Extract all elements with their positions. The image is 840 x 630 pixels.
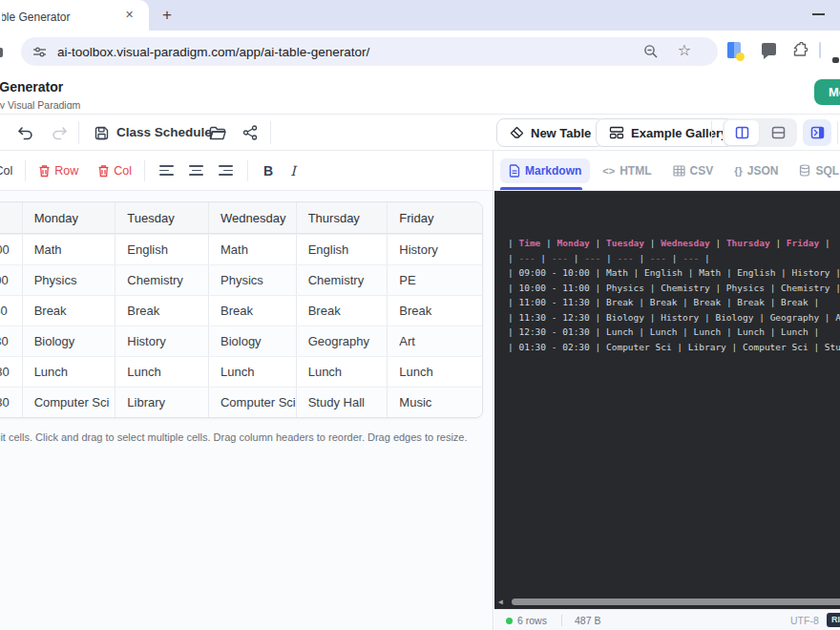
new-table-button[interactable]: New Table (496, 118, 604, 147)
code-lines: | Time | Monday | Tuesday | Wednesday | … (508, 236, 840, 354)
add-col-button[interactable]: + Col (0, 159, 18, 182)
table-cell[interactable]: Biology (208, 326, 296, 356)
scroll-left-arrow-icon[interactable]: ◀ (498, 598, 503, 606)
table-cell[interactable]: Geography (296, 326, 388, 356)
table-cell[interactable]: 10:00 - 11:00 (0, 265, 22, 295)
table-cell[interactable]: Lunch (115, 357, 208, 387)
save-button[interactable] (92, 123, 111, 142)
table-header-cell[interactable]: Wednesday (208, 202, 296, 233)
table-cell[interactable]: Lunch (296, 357, 388, 387)
delete-row-button[interactable]: Row (32, 159, 84, 182)
example-gallery-button[interactable]: Example Gallery (596, 118, 741, 147)
table-cell[interactable]: Break (22, 296, 116, 326)
table-cell[interactable]: 12:30 - 01:30 (0, 357, 22, 387)
table-header-cell[interactable]: Time (0, 202, 22, 233)
zoom-out-icon[interactable] (643, 44, 659, 59)
table-cell[interactable]: Chemistry (296, 265, 388, 295)
schedule-table[interactable]: TimeMondayTuesdayWednesdayThursdayFriday… (0, 201, 483, 418)
code-line: | Time | Monday | Tuesday | Wednesday | … (508, 236, 840, 251)
table-cell[interactable]: English (115, 235, 208, 264)
table-cell[interactable]: Computer Sci (22, 388, 116, 417)
table-cell[interactable]: Art (387, 326, 482, 356)
site-settings-icon[interactable] (32, 45, 47, 59)
table-cell[interactable]: 11:00 - 11:30 (0, 296, 22, 326)
profile-avatar-fragment[interactable] (832, 57, 839, 63)
table-cell[interactable]: Break (208, 296, 296, 326)
table-cell[interactable]: Math (22, 235, 116, 264)
code-line: | 11:00 - 11:30 | Break | Break | Break … (508, 295, 840, 310)
table-cell[interactable]: English (296, 235, 388, 264)
toolbar-divider (711, 121, 712, 144)
bold-button[interactable]: B (263, 163, 273, 178)
table-header-cell[interactable]: Thursday (296, 202, 388, 233)
toggle-right-panel-button[interactable] (803, 119, 831, 146)
align-right-icon[interactable] (219, 165, 233, 176)
table-cell[interactable]: Lunch (208, 357, 296, 387)
tab-html[interactable]: <> HTML (594, 158, 660, 183)
table-cell[interactable]: Library (115, 388, 208, 417)
table-cell[interactable]: History (387, 235, 482, 264)
tab-json[interactable]: {} JSON (725, 158, 787, 183)
tab-csv[interactable]: CSV (664, 158, 723, 183)
table-cell[interactable]: Break (296, 296, 388, 326)
align-center-icon[interactable] (189, 165, 203, 176)
code-line: | 09:00 - 10:00 | Math | English | Math … (508, 265, 840, 281)
byte-size: 487 B (575, 615, 600, 626)
code-line: | 10:00 - 11:00 | Physics | Chemistry | … (508, 281, 840, 296)
table-cell[interactable]: Biology (22, 326, 116, 356)
extension-doc-icon[interactable] (727, 42, 741, 58)
table-cell[interactable]: Lunch (387, 357, 482, 387)
minimize-window-icon[interactable] (812, 13, 825, 15)
url-bar[interactable]: ai-toolbox.visual-paradigm.com/app/ai-ta… (21, 37, 718, 66)
new-tab-icon[interactable]: + (157, 5, 178, 26)
tab-sql[interactable]: SQL (790, 158, 840, 183)
redo-button[interactable] (50, 123, 69, 142)
url-text[interactable]: ai-toolbox.visual-paradigm.com/app/ai-ta… (57, 45, 369, 59)
align-left-icon[interactable] (159, 165, 174, 176)
table-cell[interactable]: 09:00 - 10:00 (0, 235, 22, 264)
extension-chat-icon[interactable] (762, 43, 776, 55)
table-header-cell[interactable]: Tuesday (115, 202, 208, 233)
more-tools-button[interactable]: More (814, 79, 840, 105)
bookmark-star-icon[interactable]: ☆ (678, 41, 691, 59)
undo-button[interactable] (15, 123, 34, 142)
table-cell[interactable]: Study Hall (296, 388, 388, 417)
table-cell[interactable]: Physics (22, 265, 116, 295)
browser-tab[interactable]: AI Table Generator ✕ (0, 0, 149, 31)
document-title[interactable]: Class Schedule (116, 125, 212, 139)
extensions-puzzle-icon[interactable] (792, 42, 808, 58)
table-cell[interactable]: Math (208, 235, 296, 264)
browser-urlbar-row: ai-toolbox.visual-paradigm.com/app/ai-ta… (0, 31, 840, 72)
layout-toggle-group (723, 118, 797, 147)
table-cell[interactable]: Music (387, 388, 482, 417)
table-cell[interactable]: 01:30 - 02:30 (0, 388, 22, 417)
delete-col-button[interactable]: Col (92, 159, 137, 182)
split-vertical-button[interactable] (724, 120, 759, 145)
html-code-icon: <> (602, 165, 615, 177)
table-cell[interactable]: Lunch (22, 357, 116, 387)
table-cell[interactable]: Break (115, 296, 208, 326)
visual-paradigm-link[interactable]: Visual Paradigm (8, 99, 80, 109)
horizontal-scrollbar[interactable]: ◀ (494, 598, 840, 606)
scrollbar-thumb[interactable] (512, 598, 840, 605)
table-header-cell[interactable]: Monday (22, 202, 116, 233)
table-cell[interactable]: Break (387, 296, 482, 326)
open-folder-button[interactable] (208, 123, 227, 142)
table-row: 10:00 - 11:00PhysicsChemistryPhysicsChem… (0, 264, 482, 295)
table-cell[interactable]: Chemistry (115, 265, 208, 295)
table-cell[interactable]: History (115, 326, 208, 356)
document-toolbar: Class Schedule New Table Example Gallery (0, 115, 840, 151)
close-tab-icon[interactable]: ✕ (121, 7, 137, 23)
markdown-code-view[interactable]: | Time | Monday | Tuesday | Wednesday | … (494, 191, 840, 609)
share-button[interactable] (241, 123, 260, 142)
italic-button[interactable]: I (290, 163, 296, 178)
table-cell[interactable]: Physics (208, 265, 296, 295)
export-status-bar: 6 rows 487 B UTF-8 RI (494, 609, 840, 630)
table-cell[interactable]: Computer Sci (208, 388, 296, 417)
export-panel: Markdown <> HTML CSV {} JSON SQL | Time … (494, 151, 840, 630)
split-horizontal-button[interactable] (761, 120, 795, 145)
table-cell[interactable]: 11:30 - 12:30 (0, 326, 22, 356)
table-cell[interactable]: PE (387, 265, 482, 295)
tab-markdown[interactable]: Markdown (500, 158, 590, 183)
table-header-cell[interactable]: Friday (387, 202, 482, 233)
